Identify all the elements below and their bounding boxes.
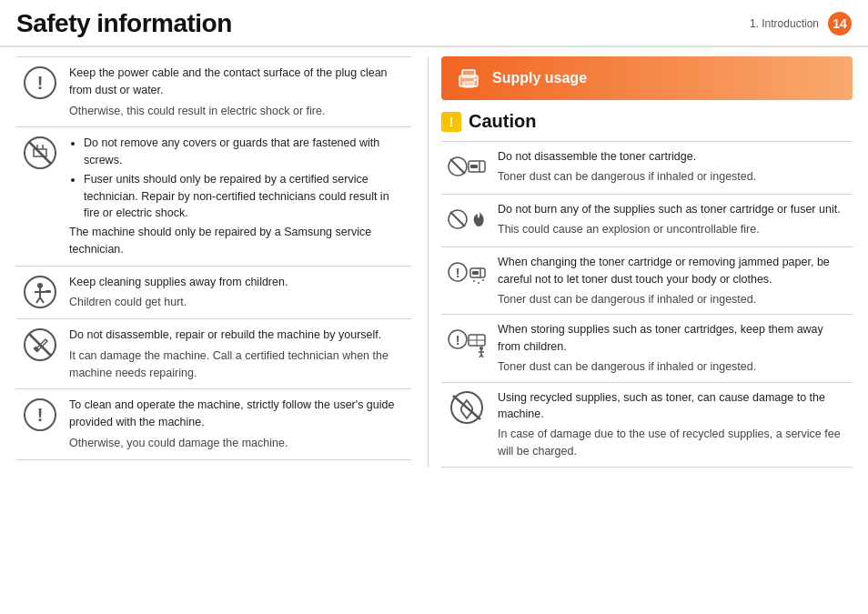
icon-cell: ! [16, 389, 64, 459]
svg-text:!: ! [456, 333, 460, 347]
svg-rect-33 [472, 271, 479, 275]
svg-text:!: ! [37, 405, 44, 425]
svg-line-24 [450, 159, 465, 174]
icon-cell [441, 142, 492, 195]
icon-cell [441, 195, 492, 247]
text-cell: Keep cleaning supplies away from childre… [64, 266, 411, 319]
row4-line2: It can damage the machine. Call a certif… [69, 347, 406, 382]
table-row: ! When storing supplies such as [441, 315, 853, 382]
icon-cell [16, 266, 64, 319]
text-cell: Do not burn any of the supplies such as … [492, 195, 853, 247]
svg-point-35 [473, 280, 475, 282]
row2-list: Do not remove any covers or guards that … [69, 135, 406, 222]
svg-rect-21 [463, 82, 474, 87]
table-row: ! When changing the toner cartridge or r… [441, 247, 853, 315]
supply-usage-header: Supply usage [441, 56, 853, 100]
svg-line-3 [29, 142, 51, 164]
svg-line-12 [40, 297, 44, 303]
text-cell: Do not remove any covers or guards that … [64, 127, 411, 266]
supply-header-icon [454, 64, 483, 93]
text-cell: Using recycled supplies, such as toner, … [492, 382, 853, 467]
header-right: 1. Introduction 14 [750, 12, 852, 35]
row4-line1: Do not disassemble, repair or rebuild th… [69, 327, 406, 344]
keep-away-children-icon [22, 274, 58, 310]
text-cell: When storing supplies such as toner cart… [492, 315, 853, 382]
icon-cell: ! [441, 315, 492, 382]
chapter-label: 1. Introduction [750, 17, 819, 30]
svg-point-37 [482, 279, 484, 281]
r4-line2: Toner dust can be dangerous if inhaled o… [498, 358, 847, 376]
page-header: Safety information 1. Introduction 14 [0, 0, 868, 47]
no-burn-icon [447, 201, 487, 237]
main-content: ! Keep the power cable and the contact s… [0, 47, 868, 468]
row1-line2: Otherwise, this could result in electric… [69, 103, 406, 120]
icon-cell [441, 382, 492, 467]
store-away-icon: ! [447, 321, 487, 357]
left-column: ! Keep the power cable and the contact s… [0, 56, 428, 468]
svg-point-43 [479, 347, 483, 350]
icon-cell [16, 127, 64, 266]
page-title: Safety information [16, 9, 232, 38]
svg-text:!: ! [37, 73, 44, 93]
text-cell: When changing the toner cartridge or rem… [492, 247, 853, 315]
table-row: ! To clean and operate the machine, stri… [16, 389, 411, 459]
table-row: Do not disassemble, repair or rebuild th… [16, 319, 411, 389]
icon-cell [16, 319, 64, 389]
table-row: Keep cleaning supplies away from childre… [16, 266, 411, 319]
table-row: Do not remove any covers or guards that … [16, 127, 411, 266]
row5-line1: To clean and operate the machine, strict… [69, 397, 406, 431]
r3-line2: Toner dust can be dangerous if inhaled o… [498, 291, 847, 308]
row2-bullet2: Fuser units should only be repaired by a… [84, 171, 406, 222]
text-cell: Do not disassemble, repair or rebuild th… [64, 319, 411, 389]
row3-line1: Keep cleaning supplies away from childre… [69, 274, 406, 291]
no-rebuild-icon [22, 327, 58, 363]
svg-point-22 [474, 79, 477, 82]
svg-point-8 [37, 283, 43, 288]
table-row: Do not burn any of the supplies such as … [441, 195, 853, 247]
supply-table: Do not disassemble the toner cartridge. … [441, 141, 853, 468]
svg-line-47 [481, 355, 483, 357]
table-row: ! Keep the power cable and the contact s… [16, 57, 411, 127]
r1-line2: Toner dust can be dangerous if inhaled o… [498, 168, 847, 186]
caution-icon: ! [22, 65, 58, 101]
r5-line2: In case of damage due to the use of recy… [498, 426, 847, 460]
no-recycled-icon [447, 389, 487, 426]
svg-text:!: ! [456, 266, 460, 280]
svg-point-36 [478, 282, 479, 284]
svg-rect-26 [470, 165, 478, 168]
r2-line1: Do not burn any of the supplies such as … [498, 201, 847, 218]
page-number: 14 [828, 12, 852, 35]
text-cell: To clean and operate the machine, strict… [64, 389, 411, 459]
svg-line-29 [450, 212, 465, 226]
printer-icon [455, 65, 482, 92]
svg-rect-13 [45, 290, 51, 293]
row2-extra: The machine should only be repaired by a… [69, 224, 406, 258]
svg-rect-20 [462, 70, 475, 77]
text-cell: Keep the power cable and the contact sur… [64, 57, 411, 127]
supply-header-text: Supply usage [492, 70, 587, 86]
r3-line1: When changing the toner cartridge or rem… [498, 254, 847, 288]
text-cell: Do not disassemble the toner cartridge. … [492, 142, 853, 195]
r4-line1: When storing supplies such as toner cart… [498, 321, 847, 356]
row1-line1: Keep the power cable and the contact sur… [69, 65, 406, 99]
r1-line1: Do not disassemble the toner cartridge. [498, 148, 847, 166]
row3-line2: Children could get hurt. [69, 294, 406, 311]
r2-line2: This could cause an explosion or uncontr… [498, 221, 847, 238]
caution-toner-icon: ! [447, 254, 487, 290]
table-row: Using recycled supplies, such as toner, … [441, 382, 853, 467]
row2-bullet1: Do not remove any covers or guards that … [84, 135, 406, 169]
no-disassemble-icon [22, 135, 58, 171]
caution-heading: ! Caution [441, 111, 853, 132]
icon-cell: ! [16, 57, 64, 127]
caution-badge-icon: ! [441, 112, 461, 132]
safety-table: ! Keep the power cable and the contact s… [16, 56, 411, 460]
table-row: Do not disassemble the toner cartridge. … [441, 142, 853, 195]
no-disassemble-toner-icon [447, 148, 487, 185]
caution2-icon: ! [22, 397, 58, 433]
r5-line1: Using recycled supplies, such as toner, … [498, 389, 847, 424]
caution-heading-text: Caution [469, 111, 536, 132]
icon-cell: ! [441, 247, 492, 315]
right-column: Supply usage ! Caution [429, 56, 865, 468]
row5-line2: Otherwise, you could damage the machine. [69, 435, 406, 452]
